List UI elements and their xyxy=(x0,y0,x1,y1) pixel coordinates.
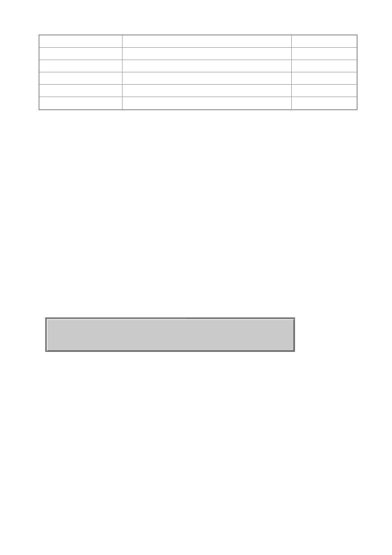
table-cell xyxy=(292,48,357,60)
table-cell xyxy=(292,60,357,72)
table-cell xyxy=(39,35,122,47)
table-cell xyxy=(292,72,357,84)
table-cell xyxy=(292,97,357,109)
table-cell xyxy=(39,97,122,109)
embossed-panel xyxy=(45,317,295,352)
table-row xyxy=(39,97,357,109)
table-cell xyxy=(39,72,122,84)
table-cell xyxy=(292,35,357,47)
table-cell xyxy=(122,48,292,60)
document-table xyxy=(39,35,357,110)
table-cell xyxy=(39,60,122,72)
table-row xyxy=(39,60,357,72)
table-cell xyxy=(122,60,292,72)
table-cell xyxy=(122,97,292,109)
table-cell xyxy=(122,72,292,84)
panel-content xyxy=(47,319,294,351)
table-row xyxy=(39,72,357,85)
table-cell xyxy=(292,85,357,97)
table-cell xyxy=(122,35,292,47)
table-row xyxy=(39,85,357,97)
table-row xyxy=(39,48,357,60)
table-cell xyxy=(122,85,292,97)
table-row xyxy=(39,35,357,48)
table-cell xyxy=(39,48,122,60)
table-cell xyxy=(39,85,122,97)
